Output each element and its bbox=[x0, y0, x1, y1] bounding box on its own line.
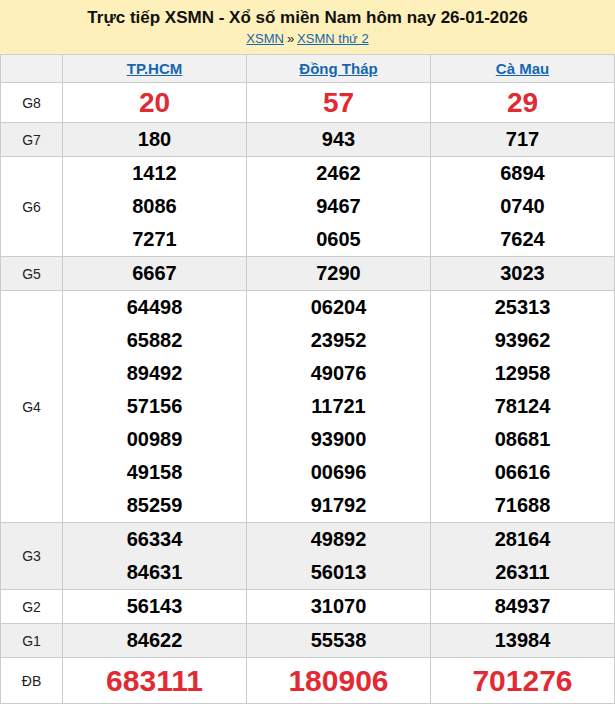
prize-value: 84622 bbox=[63, 624, 246, 657]
prize-value: 93900 bbox=[247, 423, 430, 456]
prize-value: 49076 bbox=[247, 357, 430, 390]
prize-value: 3023 bbox=[431, 257, 614, 290]
prize-value: 28164 bbox=[431, 523, 614, 556]
prize-value: 93962 bbox=[431, 324, 614, 357]
prize-value: 64498 bbox=[63, 291, 246, 324]
prize-label: G6 bbox=[1, 157, 63, 257]
prize-value: 6667 bbox=[63, 257, 246, 290]
prize-value: 2462 bbox=[247, 157, 430, 190]
prize-label: G3 bbox=[1, 523, 63, 590]
column-link-camau[interactable]: Cà Mau bbox=[496, 60, 549, 77]
prize-cell: 13984 bbox=[431, 624, 615, 658]
table-row: G6141280867271246294670605689407407624 bbox=[1, 157, 615, 257]
prize-cell: 943 bbox=[247, 123, 431, 157]
prize-value: 7624 bbox=[431, 223, 614, 256]
prize-cell: 683111 bbox=[63, 658, 247, 704]
prize-value: 08681 bbox=[431, 423, 614, 456]
prize-value: 57 bbox=[247, 83, 430, 122]
prize-value: 7290 bbox=[247, 257, 430, 290]
prize-value: 85259 bbox=[63, 489, 246, 522]
prize-cell: 57 bbox=[247, 83, 431, 123]
prize-value: 13984 bbox=[431, 624, 614, 657]
prize-cell: 6667 bbox=[63, 257, 247, 291]
prize-value: 8086 bbox=[63, 190, 246, 223]
prize-value: 31070 bbox=[247, 590, 430, 623]
prize-cell: 84622 bbox=[63, 624, 247, 658]
prize-value: 06204 bbox=[247, 291, 430, 324]
breadcrumb: XSMN»XSMN thứ 2 bbox=[0, 31, 615, 47]
prize-value: 717 bbox=[431, 123, 614, 156]
prize-label: G5 bbox=[1, 257, 63, 291]
prize-label: ĐB bbox=[1, 658, 63, 704]
table-row: G3663348463149892560132816426311 bbox=[1, 523, 615, 590]
prize-cell: 29 bbox=[431, 83, 615, 123]
table-row: ĐB683111180906701276 bbox=[1, 658, 615, 704]
prize-value: 06616 bbox=[431, 456, 614, 489]
prize-cell: 06204239524907611721939000069691792 bbox=[247, 291, 431, 523]
prize-value: 23952 bbox=[247, 324, 430, 357]
prize-value: 20 bbox=[63, 83, 246, 122]
results-body: G8205729G7180943717G61412808672712462946… bbox=[1, 83, 615, 704]
prize-cell: 6633484631 bbox=[63, 523, 247, 590]
breadcrumb-separator: » bbox=[287, 31, 294, 46]
prize-cell: 7290 bbox=[247, 257, 431, 291]
prize-cell: 141280867271 bbox=[63, 157, 247, 257]
column-link-dongthap[interactable]: Đồng Tháp bbox=[299, 60, 377, 77]
breadcrumb-link-xsmn[interactable]: XSMN bbox=[246, 31, 284, 46]
prize-cell: 56143 bbox=[63, 590, 247, 624]
prize-value: 55538 bbox=[247, 624, 430, 657]
prize-value: 66334 bbox=[63, 523, 246, 556]
prize-label: G7 bbox=[1, 123, 63, 157]
prize-cell: 20 bbox=[63, 83, 247, 123]
page-banner: Trực tiếp XSMN - Xổ số miền Nam hôm nay … bbox=[0, 0, 615, 54]
prize-value: 1412 bbox=[63, 157, 246, 190]
table-row: G5666772903023 bbox=[1, 257, 615, 291]
prize-value: 26311 bbox=[431, 556, 614, 589]
header-row: TP.HCM Đồng Tháp Cà Mau bbox=[1, 55, 615, 83]
prize-cell: 31070 bbox=[247, 590, 431, 624]
prize-cell: 180 bbox=[63, 123, 247, 157]
prize-value: 12958 bbox=[431, 357, 614, 390]
prize-value: 6894 bbox=[431, 157, 614, 190]
prize-cell: 717 bbox=[431, 123, 615, 157]
prize-value: 943 bbox=[247, 123, 430, 156]
table-row: G7180943717 bbox=[1, 123, 615, 157]
prize-cell: 25313939621295878124086810661671688 bbox=[431, 291, 615, 523]
prize-cell: 180906 bbox=[247, 658, 431, 704]
prize-value: 25313 bbox=[431, 291, 614, 324]
prize-value: 49892 bbox=[247, 523, 430, 556]
prize-value: 71688 bbox=[431, 489, 614, 522]
prize-label: G4 bbox=[1, 291, 63, 523]
lottery-results-table: TP.HCM Đồng Tháp Cà Mau G8205729G7180943… bbox=[0, 54, 615, 704]
prize-cell: 84937 bbox=[431, 590, 615, 624]
prize-value: 89492 bbox=[63, 357, 246, 390]
prize-value: 683111 bbox=[63, 658, 246, 703]
prize-value: 84937 bbox=[431, 590, 614, 623]
breadcrumb-link-xsmn-thu2[interactable]: XSMN thứ 2 bbox=[297, 31, 369, 46]
prize-value: 84631 bbox=[63, 556, 246, 589]
prize-label: G8 bbox=[1, 83, 63, 123]
prize-value: 78124 bbox=[431, 390, 614, 423]
prize-cell: 246294670605 bbox=[247, 157, 431, 257]
column-link-tphcm[interactable]: TP.HCM bbox=[127, 60, 183, 77]
corner-header bbox=[1, 55, 63, 83]
prize-cell: 55538 bbox=[247, 624, 431, 658]
prize-value: 7271 bbox=[63, 223, 246, 256]
prize-value: 65882 bbox=[63, 324, 246, 357]
prize-cell: 64498658828949257156009894915885259 bbox=[63, 291, 247, 523]
prize-value: 57156 bbox=[63, 390, 246, 423]
prize-value: 56013 bbox=[247, 556, 430, 589]
prize-value: 00696 bbox=[247, 456, 430, 489]
prize-value: 701276 bbox=[431, 658, 614, 703]
table-row: G8205729 bbox=[1, 83, 615, 123]
prize-value: 29 bbox=[431, 83, 614, 122]
prize-value: 180906 bbox=[247, 658, 430, 703]
prize-value: 9467 bbox=[247, 190, 430, 223]
table-row: G464498658828949257156009894915885259062… bbox=[1, 291, 615, 523]
prize-value: 91792 bbox=[247, 489, 430, 522]
prize-value: 180 bbox=[63, 123, 246, 156]
table-row: G1846225553813984 bbox=[1, 624, 615, 658]
prize-cell: 2816426311 bbox=[431, 523, 615, 590]
prize-value: 0605 bbox=[247, 223, 430, 256]
prize-label: G1 bbox=[1, 624, 63, 658]
